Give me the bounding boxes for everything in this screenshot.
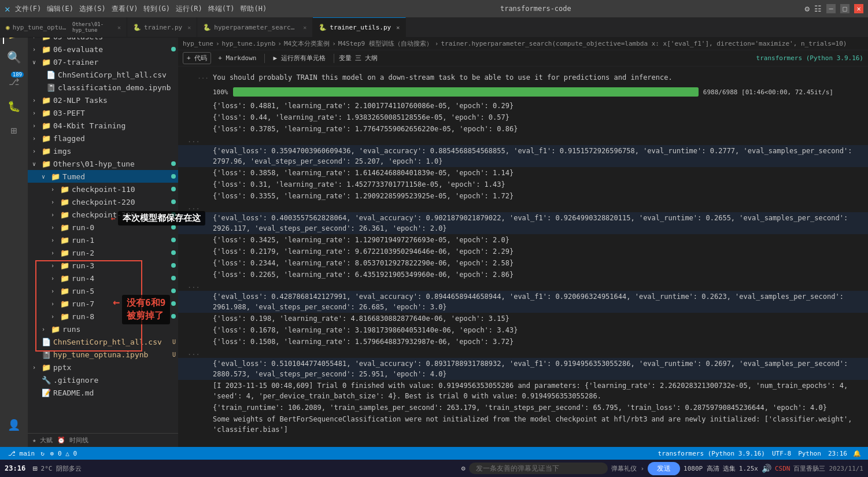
tree-item-csv1[interactable]: 📄 ChnSentiCorp_htl_all.csv (28, 68, 178, 81)
tab-hyp-tune[interactable]: ◉ hyp_tune_optuna.ipynb Others\01-hyp_tu… (0, 17, 127, 37)
tab-close-4[interactable]: ✕ (396, 24, 400, 31)
add-code-button[interactable]: + 代码 (183, 52, 211, 64)
tab-close-3[interactable]: ✕ (303, 24, 306, 31)
menu-file[interactable]: 文件(F) (15, 4, 42, 14)
layout-icon[interactable]: ☷ (814, 4, 822, 13)
activity-extensions[interactable]: ⊞ (3, 119, 25, 141)
output-line-5: {'loss': 0.31, 'learning_rate': 1.452773… (178, 179, 868, 190)
breadcrumb-item-1[interactable]: hyp_tune.ipynb (222, 40, 276, 47)
notebook-toolbar: + 代码 + Markdown ▶ 运行所有单元格 变量 三 大纲 transf… (178, 50, 868, 66)
tree-item-trainer[interactable]: ∨ 📁 07-trainer (28, 56, 178, 68)
tree-item-pptx[interactable]: › 📁 pptx (28, 361, 178, 374)
tree-item-checkpoint-330[interactable]: › 📁 checkpoint-330 (28, 208, 178, 221)
speed-label[interactable]: 1.25x (739, 465, 758, 472)
send-button[interactable]: 发送 (648, 462, 680, 475)
tree-item-evaluate[interactable]: › 📁 06-evaluate (28, 43, 178, 56)
menu-goto[interactable]: 转到(G) (143, 4, 170, 14)
tree-item-checkpoints[interactable]: ∨ 📁 Tumed (28, 170, 178, 183)
breadcrumb-item-4[interactable]: trainer.hyperparameter_search(compute_ob… (441, 40, 847, 47)
tab-close-2[interactable]: ✕ (187, 24, 191, 31)
tree-item-run-5[interactable]: › 📁 run-5 (28, 284, 178, 297)
quality-label[interactable]: 1080P 高清 (684, 464, 719, 473)
outline-button[interactable]: 三 大纲 (355, 54, 378, 62)
tree-item-gitignore[interactable]: 🔧 .gitignore (28, 374, 178, 386)
volume-icon[interactable]: 🔊 (762, 464, 771, 473)
menu-select[interactable]: 选择(S) (79, 4, 106, 14)
breadcrumb-item-0[interactable]: hyp_tune (183, 40, 213, 47)
taskbar-time: 23:16 (5, 464, 25, 472)
menu-run[interactable]: 运行(R) (176, 4, 202, 14)
menu-edit[interactable]: 编辑(E) (47, 4, 73, 14)
tree-item-run-1[interactable]: › 📁 run-1 (28, 234, 178, 246)
taskbar-start-icon[interactable]: ⊞ (32, 464, 37, 473)
tab-bar: ◉ hyp_tune_optuna.ipynb Others\01-hyp_tu… (0, 17, 868, 38)
menu-view[interactable]: 查看(V) (112, 4, 138, 14)
close-button[interactable]: ✕ (854, 4, 863, 13)
output-warning: Some weights of BertForSequenceClassific… (178, 413, 868, 435)
output-line-4: {'loss': 0.3858, 'learning_rate': 1.6146… (178, 167, 868, 179)
activity-debug[interactable]: 🐛 (3, 95, 25, 117)
breadcrumb-item-2[interactable]: M4文本分类案例 (284, 39, 330, 48)
tree-item-run-0[interactable]: › 📁 run-0 (28, 221, 178, 234)
minimize-button[interactable]: — (826, 4, 836, 13)
tree-item-csv2[interactable]: 📄 ChnSentiCorp_htl_all.csv U (28, 335, 178, 348)
tree-item-runs[interactable]: › 📁 runs (28, 323, 178, 335)
status-git-branch[interactable]: ⎇ main (5, 450, 38, 457)
variables-button[interactable]: 变量 (339, 54, 352, 62)
tree-item-ipynb2[interactable]: 📓 hyp_tune_optuna.ipynb U (28, 348, 178, 361)
menu-terminal[interactable]: 终端(T) (208, 4, 235, 14)
tab-hyperparameter[interactable]: 🐍 hyperparameter_search.py ✕ (197, 17, 313, 37)
tree-item-run-4[interactable]: › 📁 run-4 (28, 272, 178, 284)
breadcrumb-item-3[interactable]: M4Step9 模型训练（自动搜索） (338, 39, 433, 48)
activity-source-control[interactable]: ⎇ 189 (3, 71, 25, 93)
tree-item-peft[interactable]: › 📁 03-PEFT (28, 106, 178, 119)
tree-item-ipynb1[interactable]: 📓 classification_demo.ipynb (28, 81, 178, 94)
tab-close-1[interactable]: ✕ (117, 24, 121, 31)
progress-bar-fill (233, 87, 699, 97)
tree-item-nlp[interactable]: › 📁 02-NLP Tasks (28, 94, 178, 106)
output-train-runtime: {'train_runtime': 106.2089, 'train_sampl… (178, 402, 868, 413)
tree-item-kbit[interactable]: › 📁 04-Kbit Training (28, 119, 178, 132)
sidebar-timeline-icon[interactable]: ⏰ 时间线 (57, 436, 88, 445)
chat-prefix: ⚙ (461, 464, 466, 472)
window-controls: ⚙ ☷ — □ ✕ (805, 4, 863, 13)
maximize-button[interactable]: □ (840, 4, 849, 13)
run-all-button[interactable]: ▶ 运行所有单元格 (269, 53, 328, 64)
menu-help[interactable]: 帮助(H) (240, 4, 267, 14)
taskbar-weather: 2°C 阴部多云 (41, 464, 82, 473)
output-area[interactable]: ... You should probably TRAIN this model… (178, 66, 868, 447)
status-encoding[interactable]: UTF-8 (769, 450, 795, 457)
output-line-2: {'loss': 0.44, 'learning_rate': 1.938326… (178, 112, 868, 123)
tree-item-run-3[interactable]: › 📁 run-3 (28, 259, 178, 272)
chat-input[interactable] (469, 463, 608, 474)
tree-item-readme[interactable]: 📝 README.md (28, 386, 178, 399)
danmu-hint[interactable]: 弹幕礼仪 › (611, 464, 644, 473)
status-language[interactable]: Python (795, 450, 825, 457)
tab-trainer[interactable]: 🐍 trainer.py ✕ (127, 17, 197, 37)
output-eval-3: {'eval_loss': 0.4287868142127991, 'eval_… (178, 291, 868, 313)
output-sep-2: ... (178, 202, 868, 212)
status-notification-icon[interactable]: 🔔 (851, 450, 863, 457)
status-errors[interactable]: ⊗ 0 △ 0 (47, 450, 80, 457)
add-markdown-button[interactable]: + Markdown (215, 53, 260, 63)
tree-item-imgs[interactable]: › 📁 imgs (28, 145, 178, 157)
status-transformers[interactable]: transformers (Python 3.9.16) (655, 450, 769, 457)
status-sync-icon[interactable]: ↻ (38, 450, 47, 457)
breadcrumb: hyp_tune › hyp_tune.ipynb › M4文本分类案例 › M… (178, 38, 868, 50)
tree-item-run-7[interactable]: › 📁 run-7 (28, 297, 178, 310)
taskbar: 23:16 ⊞ 2°C 阴部多云 ⚙ 弹幕礼仪 › 发送 1080P 高清 选集… (0, 460, 868, 477)
sidebar-branch-icon[interactable]: ★ 大赋 (32, 436, 53, 445)
tree-item-run-8[interactable]: › 📁 run-8 (28, 310, 178, 323)
collection-label[interactable]: 选集 (723, 464, 736, 473)
activity-accounts[interactable]: 👤 (3, 413, 25, 435)
output-trial: [I 2023-11-15 00:48,609] Trial 0 finishe… (178, 380, 868, 402)
tree-item-checkpoint-220[interactable]: › 📁 checkpoint-220 (28, 195, 178, 208)
tree-item-flagged[interactable]: › 📁 flagged (28, 132, 178, 145)
settings-icon[interactable]: ⚙ (805, 4, 810, 13)
title-bar: ✕ 文件(F) 编辑(E) 选择(S) 查看(V) 转到(G) 运行(R) 终端… (0, 0, 868, 17)
tree-item-checkpoint-110[interactable]: › 📁 checkpoint-110 (28, 183, 178, 195)
activity-search[interactable]: 🔍 (3, 46, 25, 68)
tab-trainer-utils[interactable]: 🐍 trainer_utils.py ✕ (313, 17, 406, 37)
tree-item-others[interactable]: ∨ 📁 Others\01-hyp_tune (28, 157, 178, 170)
tree-item-run-2[interactable]: › 📁 run-2 (28, 246, 178, 259)
